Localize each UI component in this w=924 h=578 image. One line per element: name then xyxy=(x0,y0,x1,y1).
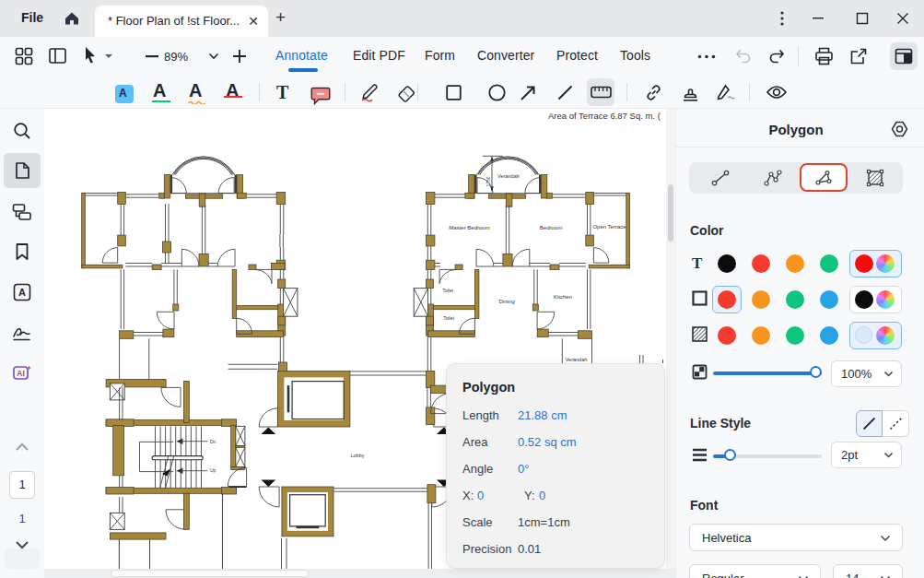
svg-text:AI: AI xyxy=(17,369,25,378)
svg-text:Open Terrace: Open Terrace xyxy=(592,224,626,230)
svg-text:1750: 1750 xyxy=(485,176,491,186)
svg-text:Bedroom: Bedroom xyxy=(540,225,562,230)
svg-text:A: A xyxy=(18,287,26,298)
svg-text:Area of Terrace 6.87 Sq. m. (: Area of Terrace 6.87 Sq. m. ( xyxy=(548,111,661,121)
svg-text:Verandah: Verandah xyxy=(566,357,588,362)
svg-text:Kitchen: Kitchen xyxy=(554,294,572,300)
svg-text:Toilet: Toilet xyxy=(443,315,454,321)
svg-text:Verandah: Verandah xyxy=(497,173,520,179)
svg-text:Lobby: Lobby xyxy=(351,453,365,458)
svg-text:Up: Up xyxy=(210,467,216,473)
svg-text:Master Bedroom: Master Bedroom xyxy=(449,225,489,230)
svg-text:Dn: Dn xyxy=(210,439,216,444)
svg-text:Dining: Dining xyxy=(498,299,514,304)
svg-text:Toilet: Toilet xyxy=(442,288,453,293)
